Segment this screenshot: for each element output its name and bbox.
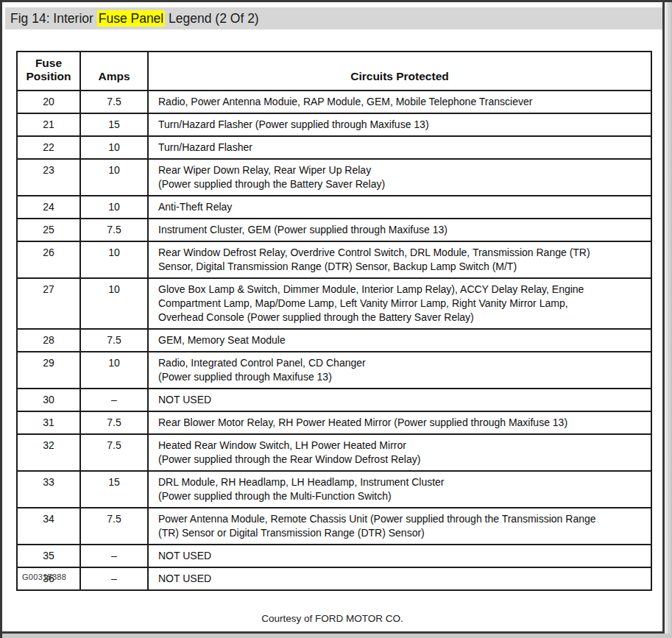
circuits-cell: NOT USED [148,545,651,567]
right-edge-strip [665,2,672,634]
table-row: 30–NOT USED [17,389,651,411]
amps-cell: 7.5 [80,219,148,241]
amps-cell: 10 [80,352,148,389]
table-row: 2710Glove Box Lamp & Switch, Dimmer Modu… [17,278,651,329]
fuse-position-cell: 33 [17,471,80,508]
fuse-position-cell: 22 [17,136,80,159]
circuits-cell: Power Antenna Module, Remote Chassis Uni… [148,508,651,545]
fuse-position-cell: 29 [17,352,80,389]
fuse-table: Fuse Position Amps Circuits Protected 20… [16,51,652,591]
amps-cell: 10 [80,136,148,159]
header-circuits-protected: Circuits Protected [148,52,651,91]
amps-cell: 15 [80,113,148,136]
table-row: 347.5Power Antenna Module, Remote Chassi… [17,508,651,545]
title-bar: Fig 14: Interior Fuse Panel Legend (2 Of… [5,7,662,29]
circuits-cell: Radio, Integrated Control Panel, CD Chan… [148,352,651,389]
header-amps: Amps [80,52,148,91]
table-row: 36–NOT USED [17,567,651,590]
amps-cell: 10 [80,241,148,278]
circuits-cell: Rear Wiper Down Relay, Rear Wiper Up Rel… [148,159,651,196]
amps-cell: 10 [80,196,148,219]
amps-cell: 7.5 [80,411,148,434]
fuse-position-cell: 31 [17,411,80,434]
table-row: 327.5Heated Rear Window Switch, LH Power… [17,434,651,471]
amps-cell: 15 [80,471,148,508]
fuse-position-cell: 20 [17,91,80,113]
fuse-position-cell: 35 [17,545,80,567]
fuse-table-body: 207.5Radio, Power Antenna Moduie, RAP Mo… [17,91,651,590]
circuits-cell: Rear Blower Motor Relay, RH Power Heated… [148,411,651,434]
figure-title-suffix: Legend (2 Of 2) [169,11,259,26]
fuse-position-cell: 24 [17,196,80,219]
amps-cell: 7.5 [80,329,148,352]
table-row: 2210Turn/Hazard Flasher [17,136,651,159]
fuse-position-cell: 21 [17,113,80,136]
amps-cell: 10 [80,159,148,196]
header-fuse-position: Fuse Position [17,52,80,91]
amps-cell: 7.5 [80,508,148,545]
table-row: 3315DRL Module, RH Headlamp, LH Headlamp… [17,471,651,508]
title-highlight: Fuse Panel [97,10,166,26]
circuits-cell: GEM, Memory Seat Module [148,329,651,352]
fuse-position-cell: 23 [17,159,80,196]
courtesy-note: Courtesy of FORD MOTOR CO. [2,613,662,624]
circuits-cell: NOT USED [148,567,651,590]
amps-cell: – [80,545,148,567]
circuits-cell: Glove Box Lamp & Switch, Dimmer Module, … [148,278,651,329]
table-row: 2115Turn/Hazard Flasher (Power supplied … [17,113,651,136]
table-row: 2610Rear Window Defrost Relay, Overdrive… [17,241,651,278]
fuse-position-cell: 34 [17,508,80,545]
table-row: 2910Radio, Integrated Control Panel, CD … [17,352,651,389]
amps-cell: – [80,567,148,590]
amps-cell: 10 [80,278,148,329]
fuse-position-cell: 27 [17,278,80,329]
table-row: 2410Anti-Theft Relay [17,196,651,219]
table-row: 207.5Radio, Power Antenna Moduie, RAP Mo… [17,91,651,113]
fuse-position-cell: 32 [17,434,80,471]
fuse-position-cell: 28 [17,329,80,352]
figure-title-prefix: Fig 14: Interior [10,11,93,26]
table-row: 287.5GEM, Memory Seat Module [17,329,651,352]
fuse-position-cell: 26 [17,241,80,278]
circuits-cell: Instrument Cluster, GEM (Power supplied … [148,219,651,241]
circuits-cell: Rear Window Defrost Relay, Overdrive Con… [148,241,651,278]
left-edge-strip [0,0,2,638]
circuits-cell: Turn/Hazard Flasher [148,136,651,159]
table-row: 2310Rear Wiper Down Relay, Rear Wiper Up… [17,159,651,196]
page-frame: Fig 14: Interior Fuse Panel Legend (2 Of… [0,0,665,634]
circuits-cell: DRL Module, RH Headlamp, LH Headlamp, In… [148,471,651,508]
circuits-cell: Radio, Power Antenna Moduie, RAP Module,… [148,91,651,113]
circuits-cell: Turn/Hazard Flasher (Power supplied thro… [148,113,651,136]
fuse-position-cell: 30 [17,389,80,411]
table-row: 257.5Instrument Cluster, GEM (Power supp… [17,219,651,241]
table-header-row: Fuse Position Amps Circuits Protected [17,52,651,91]
figure-code: G00315388 [22,573,66,581]
table-row: 35–NOT USED [17,545,651,567]
amps-cell: – [80,389,148,411]
amps-cell: 7.5 [80,91,148,113]
amps-cell: 7.5 [80,434,148,471]
circuits-cell: Anti-Theft Relay [148,196,651,219]
circuits-cell: NOT USED [148,389,651,411]
fuse-position-cell: 25 [17,219,80,241]
table-row: 317.5Rear Blower Motor Relay, RH Power H… [17,411,651,434]
circuits-cell: Heated Rear Window Switch, LH Power Heat… [148,434,651,471]
